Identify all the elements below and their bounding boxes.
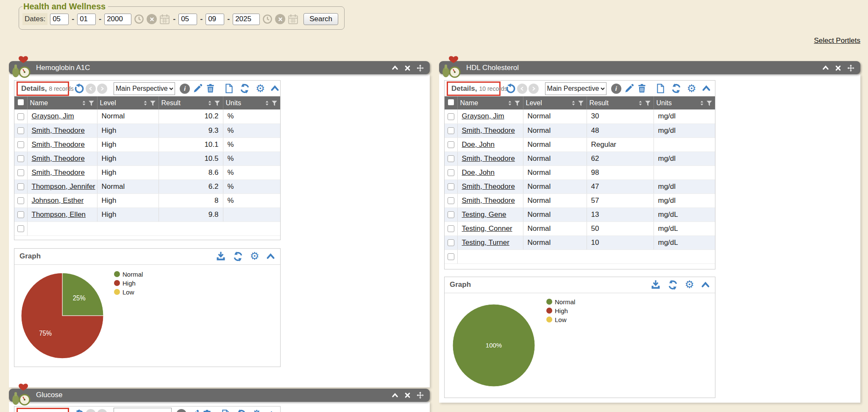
settings-icon[interactable]: ⚙ [685, 280, 694, 290]
patient-name-link[interactable]: Smith, Theodore [32, 168, 85, 177]
close-portlet-icon[interactable] [404, 391, 411, 399]
row-checkbox[interactable] [448, 127, 454, 134]
from-year-input[interactable] [104, 14, 131, 25]
filter-icon[interactable] [214, 99, 220, 107]
to-clear-icon[interactable] [275, 14, 285, 24]
patient-name-link[interactable]: Testing, Conner [462, 224, 512, 233]
row-checkbox[interactable] [448, 197, 454, 204]
from-month-input[interactable] [50, 14, 69, 25]
undo-icon[interactable] [74, 83, 84, 94]
close-portlet-icon[interactable] [404, 64, 411, 72]
collapse-section-icon[interactable] [702, 84, 711, 93]
column-header-units[interactable]: Units [223, 96, 280, 109]
close-portlet-icon[interactable] [835, 64, 841, 72]
edit-icon[interactable] [624, 84, 634, 93]
filter-icon[interactable] [150, 99, 156, 107]
patient-name-link[interactable]: Smith, Theodore [32, 140, 85, 149]
sort-icon[interactable] [507, 99, 513, 107]
from-day-input[interactable] [77, 14, 96, 25]
select-portlets-link[interactable]: Select Portlets [814, 36, 860, 45]
from-clear-icon[interactable] [147, 14, 157, 24]
select-all-checkbox[interactable] [14, 96, 27, 109]
patient-name-link[interactable]: Grayson, Jim [462, 112, 504, 120]
sort-icon[interactable] [81, 99, 87, 107]
collapse-section-icon[interactable] [701, 280, 710, 289]
patient-name-link[interactable]: Thompson, Jennifer [32, 182, 95, 191]
refresh-icon[interactable] [668, 280, 678, 290]
to-calendar-icon[interactable] [288, 14, 298, 25]
row-checkbox[interactable] [448, 155, 454, 162]
delete-icon[interactable] [202, 409, 212, 412]
settings-icon[interactable]: ⚙ [687, 84, 696, 94]
row-checkbox[interactable] [17, 169, 24, 176]
to-year-input[interactable] [233, 14, 260, 25]
info-icon[interactable]: i [180, 84, 190, 94]
column-header-result[interactable]: Result [159, 96, 223, 109]
column-header-result[interactable]: Result [587, 96, 654, 109]
column-header-level[interactable]: Level [97, 96, 159, 109]
patient-name-link[interactable]: Smith, Theodore [462, 182, 515, 191]
delete-icon[interactable] [637, 84, 647, 93]
settings-icon[interactable]: ⚙ [252, 409, 262, 412]
perspective-select[interactable] [114, 408, 172, 412]
settings-icon[interactable]: ⚙ [256, 84, 265, 94]
new-record-icon[interactable] [656, 84, 665, 93]
move-portlet-icon[interactable] [417, 391, 424, 399]
patient-name-link[interactable]: Smith, Theodore [462, 196, 515, 205]
patient-name-link[interactable]: Doe, John [462, 140, 495, 149]
sort-icon[interactable] [637, 99, 643, 107]
collapse-section-icon[interactable] [267, 410, 276, 412]
row-checkbox[interactable] [17, 225, 24, 232]
row-checkbox[interactable] [17, 211, 24, 218]
column-header-name[interactable]: Name [27, 96, 97, 109]
collapse-portlet-icon[interactable] [822, 64, 829, 72]
filter-icon[interactable] [514, 99, 520, 107]
row-checkbox[interactable] [448, 253, 454, 260]
patient-name-link[interactable]: Grayson, Jim [32, 112, 74, 120]
next-icon[interactable] [97, 409, 107, 412]
edit-icon[interactable] [189, 409, 199, 412]
filter-icon[interactable] [578, 99, 584, 107]
from-calendar-icon[interactable] [159, 14, 170, 25]
row-checkbox[interactable] [17, 127, 24, 134]
filter-icon[interactable] [706, 99, 712, 107]
sort-icon[interactable] [570, 99, 576, 107]
to-day-input[interactable] [206, 14, 224, 25]
info-icon[interactable]: i [176, 409, 186, 412]
patient-name-link[interactable]: Testing, Turner [462, 238, 509, 247]
perspective-select[interactable]: Main Perspective [545, 82, 606, 95]
row-checkbox[interactable] [17, 155, 24, 162]
patient-name-link[interactable]: Smith, Theodore [32, 126, 85, 135]
filter-icon[interactable] [271, 99, 278, 107]
sort-icon[interactable] [207, 99, 213, 107]
collapse-portlet-icon[interactable] [392, 64, 398, 72]
from-clock-icon[interactable] [134, 14, 144, 24]
new-record-icon[interactable] [224, 84, 234, 93]
column-header-units[interactable]: Units [654, 96, 715, 109]
filter-icon[interactable] [645, 99, 651, 107]
next-icon[interactable] [97, 84, 107, 94]
column-header-name[interactable]: Name [457, 96, 523, 109]
filter-icon[interactable] [88, 99, 95, 107]
row-checkbox[interactable] [448, 183, 454, 190]
patient-name-link[interactable]: Johnson, Esther [32, 196, 84, 205]
undo-icon[interactable] [505, 83, 516, 94]
search-button[interactable]: Search [303, 13, 338, 25]
row-checkbox[interactable] [17, 113, 24, 120]
collapse-section-icon[interactable] [270, 84, 279, 93]
new-record-icon[interactable] [221, 409, 231, 412]
row-checkbox[interactable] [448, 239, 454, 246]
collapse-portlet-icon[interactable] [392, 391, 398, 399]
select-all-checkbox[interactable] [445, 96, 457, 109]
patient-name-link[interactable]: Smith, Theodore [462, 126, 515, 135]
undo-icon[interactable] [74, 409, 84, 412]
row-checkbox[interactable] [448, 211, 454, 218]
previous-icon[interactable] [86, 84, 96, 94]
row-checkbox[interactable] [17, 141, 24, 148]
to-month-input[interactable] [178, 14, 197, 25]
delete-icon[interactable] [206, 84, 215, 93]
row-checkbox[interactable] [448, 225, 454, 232]
previous-icon[interactable] [517, 84, 527, 94]
patient-name-link[interactable]: Testing, Gene [462, 210, 506, 219]
download-icon[interactable] [651, 280, 661, 290]
